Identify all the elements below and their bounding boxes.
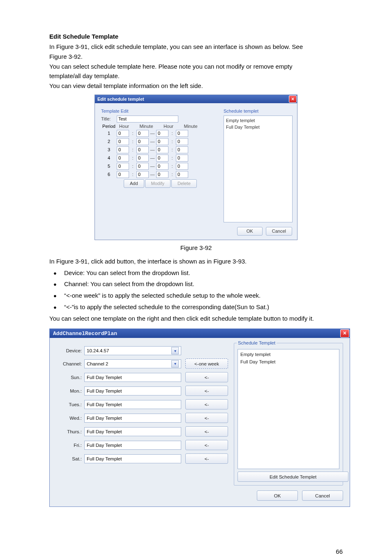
apply-tue-button[interactable]: <- bbox=[185, 399, 228, 409]
period-index: 4 bbox=[101, 155, 117, 160]
ok-button[interactable]: OK bbox=[237, 227, 263, 236]
apply-thu-button[interactable]: <- bbox=[185, 426, 228, 437]
paragraph: In Figure 3-91, click edit schedule temp… bbox=[49, 42, 343, 51]
modify-button[interactable]: Modify bbox=[145, 179, 171, 188]
channel-select-value: Channel 2 bbox=[87, 361, 108, 366]
period-minute-end[interactable] bbox=[176, 155, 188, 162]
apply-wed-button[interactable]: <- bbox=[185, 413, 228, 423]
bullet-icon: ● bbox=[53, 293, 64, 299]
edit-schedule-templet-button[interactable]: Edit Schedule Templet bbox=[238, 472, 348, 482]
sat-template-field[interactable] bbox=[84, 454, 181, 463]
figure-caption: Figure 3-92 bbox=[49, 244, 343, 251]
bullet-text: Channel: You can select from the dropdow… bbox=[64, 280, 194, 289]
list-item[interactable]: Empty templet bbox=[240, 351, 337, 358]
cancel-button[interactable]: Cancel bbox=[302, 490, 343, 501]
period-hour-start[interactable] bbox=[117, 130, 129, 137]
wed-template-field[interactable] bbox=[84, 414, 181, 423]
cancel-button[interactable]: Cancel bbox=[266, 227, 292, 236]
schedule-templet-listbox[interactable]: Empty templet Full Day Templet bbox=[238, 349, 339, 469]
colon: : bbox=[129, 147, 136, 152]
bullet-text: “<-one week” is to apply the selected sc… bbox=[64, 291, 261, 300]
period-minute-start[interactable] bbox=[136, 138, 149, 145]
apply-sun-button[interactable]: <- bbox=[185, 372, 228, 382]
add-button[interactable]: Add bbox=[124, 179, 144, 188]
period-hour-start[interactable] bbox=[117, 155, 129, 162]
bullet-icon: ● bbox=[53, 304, 64, 310]
close-button[interactable]: × bbox=[289, 95, 297, 103]
period-hour-end[interactable] bbox=[156, 171, 168, 178]
paragraph: You can view detail template information… bbox=[49, 81, 343, 90]
title-input[interactable] bbox=[117, 116, 178, 123]
tue-template-field[interactable] bbox=[84, 400, 181, 409]
bullet-icon: ● bbox=[53, 281, 64, 287]
period-row: 6 : — : bbox=[101, 171, 216, 178]
label-sun: Sun.: bbox=[56, 375, 84, 380]
colon: : bbox=[129, 172, 136, 177]
period-minute-start[interactable] bbox=[136, 171, 149, 178]
device-select[interactable]: 10.24.4.57 ▾ bbox=[84, 346, 181, 355]
schedule-templet-listbox[interactable]: Empty templet Full Day Templet bbox=[224, 116, 293, 222]
titlebar-text: AddChannelRecordPlan bbox=[53, 331, 117, 337]
period-minute-end[interactable] bbox=[176, 138, 188, 145]
label-thu: Thurs.: bbox=[56, 429, 84, 434]
titlebar[interactable]: AddChannelRecordPlan × bbox=[50, 329, 350, 338]
delete-button[interactable]: Delete bbox=[171, 179, 197, 188]
period-minute-start[interactable] bbox=[136, 155, 149, 162]
heading-edit-schedule-template: Edit Schedule Template bbox=[49, 33, 343, 40]
label-sat: Sat.: bbox=[56, 456, 84, 461]
titlebar[interactable]: Edit schedule templet × bbox=[95, 95, 297, 103]
thu-template-field[interactable] bbox=[84, 427, 181, 436]
chevron-down-icon: ▾ bbox=[171, 347, 179, 354]
colon: : bbox=[168, 172, 176, 177]
period-hour-end[interactable] bbox=[156, 138, 168, 145]
dialog-add-channel-record-plan: AddChannelRecordPlan × Device: 10.24.4.5… bbox=[49, 328, 350, 507]
apply-mon-button[interactable]: <- bbox=[185, 386, 228, 396]
list-item[interactable]: Empty templet bbox=[226, 117, 290, 124]
period-hour-start[interactable] bbox=[117, 171, 129, 178]
period-minute-end[interactable] bbox=[176, 163, 188, 170]
period-hour-start[interactable] bbox=[117, 163, 129, 170]
period-minute-start[interactable] bbox=[136, 130, 149, 137]
period-minute-end[interactable] bbox=[176, 146, 188, 153]
close-button[interactable]: × bbox=[340, 329, 349, 338]
paragraph: template/all day template. bbox=[49, 72, 343, 81]
fri-template-field[interactable] bbox=[84, 441, 181, 450]
period-index: 5 bbox=[101, 164, 117, 169]
label-mon: Mon.: bbox=[56, 388, 84, 393]
list-item[interactable]: Full Day Templet bbox=[226, 124, 290, 131]
period-hour-start[interactable] bbox=[117, 138, 129, 145]
apply-one-week-button[interactable]: <-one week bbox=[185, 358, 228, 369]
period-row: 5 : — : bbox=[101, 163, 216, 170]
page-number: 66 bbox=[0, 527, 392, 555]
period-hour-end[interactable] bbox=[156, 163, 168, 170]
colon: : bbox=[129, 131, 136, 136]
period-hour-start[interactable] bbox=[117, 146, 129, 153]
list-item[interactable]: Full Day Templet bbox=[240, 358, 337, 365]
period-minute-end[interactable] bbox=[176, 171, 188, 178]
channel-select[interactable]: Channel 2 ▾ bbox=[84, 359, 181, 368]
fieldset-title-template-edit: Template Edit bbox=[101, 109, 216, 113]
label-period: Period bbox=[101, 124, 117, 129]
sun-template-field[interactable] bbox=[84, 373, 181, 382]
apply-sat-button[interactable]: <- bbox=[185, 453, 228, 464]
mon-template-field[interactable] bbox=[84, 386, 181, 395]
colon: : bbox=[168, 131, 176, 136]
bullet-icon: ● bbox=[53, 270, 64, 276]
dash: — bbox=[149, 139, 156, 144]
period-minute-start[interactable] bbox=[136, 146, 149, 153]
period-row: 2 : — : bbox=[101, 138, 216, 145]
schedule-templet-fieldset: Schedule Templet Empty templet Full Day … bbox=[234, 343, 343, 486]
apply-fri-button[interactable]: <- bbox=[185, 440, 228, 450]
ok-button[interactable]: OK bbox=[257, 490, 298, 501]
period-hour-end[interactable] bbox=[156, 146, 168, 153]
dash: — bbox=[149, 155, 156, 160]
fieldset-title-schedule-templet: Schedule templet bbox=[224, 109, 293, 113]
col-hour-start: Hour bbox=[117, 124, 131, 129]
period-minute-end[interactable] bbox=[176, 130, 188, 137]
period-hour-end[interactable] bbox=[156, 130, 168, 137]
period-row: 3 : — : bbox=[101, 146, 216, 153]
period-index: 3 bbox=[101, 147, 117, 152]
period-hour-end[interactable] bbox=[156, 155, 168, 162]
label-wed: Wed.: bbox=[56, 416, 84, 421]
period-minute-start[interactable] bbox=[136, 163, 149, 170]
